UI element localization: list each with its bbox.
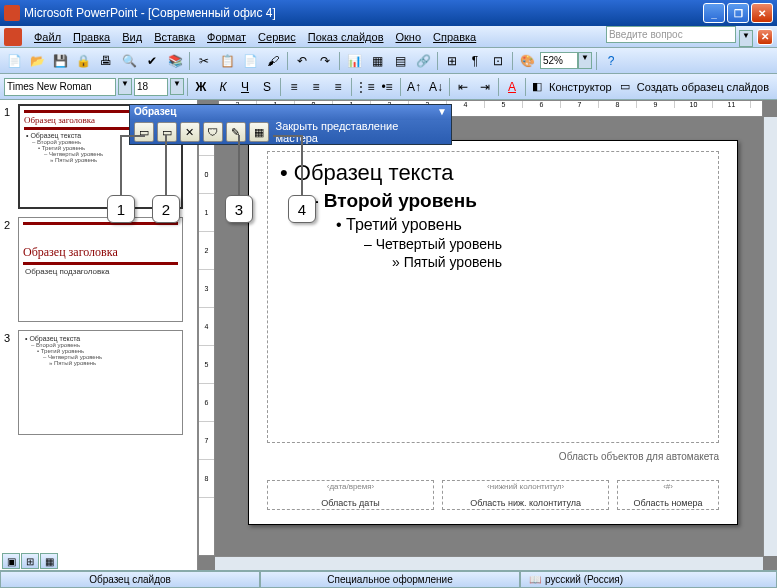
undo-icon[interactable]: ↶ <box>292 51 312 71</box>
show-format-icon[interactable]: ¶ <box>465 51 485 71</box>
align-left-icon[interactable]: ≡ <box>284 77 304 97</box>
copy-icon[interactable]: 📋 <box>217 51 237 71</box>
tables-icon[interactable]: ▤ <box>390 51 410 71</box>
autolayout-label: Область объектов для автомакета <box>559 451 719 462</box>
master-layout-button[interactable]: ▦ <box>249 122 269 142</box>
cut-icon[interactable]: ✂ <box>194 51 214 71</box>
insert-slide-master-button[interactable]: ▭ <box>134 122 154 142</box>
view-buttons: ▣ ⊞ ▦ <box>2 553 58 569</box>
design-icon: ◧ <box>532 80 546 94</box>
number-placeholder[interactable]: ‹#› Область номера <box>617 480 719 510</box>
question-input[interactable] <box>606 26 736 43</box>
slide-thumbnail-3[interactable]: • Образец текста – Второй уровень • Трет… <box>18 330 183 435</box>
redo-icon[interactable]: ↷ <box>315 51 335 71</box>
rename-master-button[interactable]: ✎ <box>226 122 246 142</box>
master-toolbar-title[interactable]: Образец ▼ <box>130 105 451 120</box>
size-dropdown-icon[interactable]: ▼ <box>170 78 184 95</box>
align-right-icon[interactable]: ≡ <box>328 77 348 97</box>
new-master-button[interactable]: ▭ Создать образец слайдов <box>617 80 772 94</box>
menu-slideshow[interactable]: Показ слайдов <box>302 29 390 45</box>
status-design: Специальное оформление <box>260 571 520 588</box>
vertical-ruler[interactable]: 1012345678 <box>198 117 215 556</box>
thumb-number: 1 <box>4 104 18 209</box>
preserve-master-button[interactable]: 🛡 <box>203 122 223 142</box>
design-button[interactable]: ◧ Конструктор <box>529 80 615 94</box>
slide-editor: 210123456789101112 1012345678 • Образец … <box>198 100 777 570</box>
open-icon[interactable]: 📂 <box>27 51 47 71</box>
horizontal-scrollbar[interactable] <box>215 556 763 570</box>
close-button[interactable]: ✕ <box>751 3 773 23</box>
chart-icon[interactable]: 📊 <box>344 51 364 71</box>
close-master-view-button[interactable]: Закрыть представление мастера <box>272 120 448 144</box>
italic-icon[interactable]: К <box>213 77 233 97</box>
callout-1: 1 <box>107 195 135 223</box>
status-master: Образец слайдов <box>0 571 260 588</box>
minimize-button[interactable]: _ <box>703 3 725 23</box>
table-icon[interactable]: ▦ <box>367 51 387 71</box>
slideshow-view-button[interactable]: ▦ <box>40 553 58 569</box>
research-icon[interactable]: 📚 <box>165 51 185 71</box>
master-toolbar-menu-icon[interactable]: ▼ <box>437 106 447 119</box>
app-logo-icon <box>4 28 22 46</box>
menu-window[interactable]: Окно <box>390 29 428 45</box>
menu-format[interactable]: Формат <box>201 29 252 45</box>
menu-file[interactable]: Файл <box>28 29 67 45</box>
bold-icon[interactable]: Ж <box>191 77 211 97</box>
increase-indent-icon[interactable]: ⇥ <box>475 77 495 97</box>
titlebar: Microsoft PowerPoint - [Современный офис… <box>0 0 777 26</box>
zoom-input[interactable] <box>540 52 578 69</box>
help-icon[interactable]: ? <box>601 51 621 71</box>
question-dropdown-icon[interactable]: ▼ <box>739 30 753 47</box>
format-painter-icon[interactable]: 🖌 <box>263 51 283 71</box>
decrease-indent-icon[interactable]: ⇤ <box>453 77 473 97</box>
menubar: Файл Правка Вид Вставка Формат Сервис По… <box>0 26 777 48</box>
menu-tools[interactable]: Сервис <box>252 29 302 45</box>
callout-3: 3 <box>225 195 253 223</box>
shadow-icon[interactable]: S <box>257 77 277 97</box>
decrease-font-icon[interactable]: A↓ <box>426 77 446 97</box>
color-icon[interactable]: 🎨 <box>517 51 537 71</box>
zoom-dropdown-icon[interactable]: ▼ <box>578 52 592 69</box>
menu-edit[interactable]: Правка <box>67 29 116 45</box>
font-color-icon[interactable]: A <box>502 77 522 97</box>
bullets-icon[interactable]: •≡ <box>377 77 397 97</box>
paste-icon[interactable]: 📄 <box>240 51 260 71</box>
menu-help[interactable]: Справка <box>427 29 482 45</box>
doc-close-button[interactable]: ✕ <box>757 29 773 45</box>
spell-icon[interactable]: ✔ <box>142 51 162 71</box>
new-slide-icon: ▭ <box>620 80 634 94</box>
save-icon[interactable]: 💾 <box>50 51 70 71</box>
hyperlink-icon[interactable]: 🔗 <box>413 51 433 71</box>
size-select[interactable] <box>134 78 168 96</box>
preview-icon[interactable]: 🔍 <box>119 51 139 71</box>
footer-placeholder[interactable]: ‹нижний колонтитул› Область ниж. колонти… <box>442 480 609 510</box>
slide-thumbnail-2[interactable]: Образец заголовка Образец подзаголовка <box>18 217 183 322</box>
maximize-button[interactable]: ❐ <box>727 3 749 23</box>
status-language[interactable]: 📖 русский (Россия) <box>520 571 777 588</box>
normal-view-button[interactable]: ▣ <box>2 553 20 569</box>
expand-icon[interactable]: ⊞ <box>442 51 462 71</box>
new-icon[interactable]: 📄 <box>4 51 24 71</box>
master-toolbar[interactable]: Образец ▼ ▭ ▭ ✕ 🛡 ✎ ▦ Закрыть представле… <box>129 104 452 145</box>
underline-icon[interactable]: Ч <box>235 77 255 97</box>
grid-icon[interactable]: ⊡ <box>488 51 508 71</box>
numbering-icon[interactable]: ⋮≡ <box>355 77 375 97</box>
statusbar: Образец слайдов Специальное оформление 📖… <box>0 570 777 588</box>
sorter-view-button[interactable]: ⊞ <box>21 553 39 569</box>
menu-view[interactable]: Вид <box>116 29 148 45</box>
title-text: Microsoft PowerPoint - [Современный офис… <box>24 6 276 20</box>
menu-insert[interactable]: Вставка <box>148 29 201 45</box>
print-icon[interactable]: 🖶 <box>96 51 116 71</box>
text-placeholder[interactable]: • Образец текста – Второй уровень • Трет… <box>267 151 719 443</box>
delete-master-button[interactable]: ✕ <box>180 122 200 142</box>
font-dropdown-icon[interactable]: ▼ <box>118 78 132 95</box>
increase-font-icon[interactable]: A↑ <box>404 77 424 97</box>
font-select[interactable] <box>4 78 116 96</box>
thumb-number: 3 <box>4 330 18 435</box>
permission-icon[interactable]: 🔒 <box>73 51 93 71</box>
thumbnail-panel[interactable]: 1 Образец заголовка • Образец текста – В… <box>0 100 198 570</box>
vertical-scrollbar[interactable] <box>763 117 777 556</box>
slide-canvas[interactable]: • Образец текста – Второй уровень • Трет… <box>248 140 738 525</box>
align-center-icon[interactable]: ≡ <box>306 77 326 97</box>
date-placeholder[interactable]: ‹дата/время› Область даты <box>267 480 434 510</box>
